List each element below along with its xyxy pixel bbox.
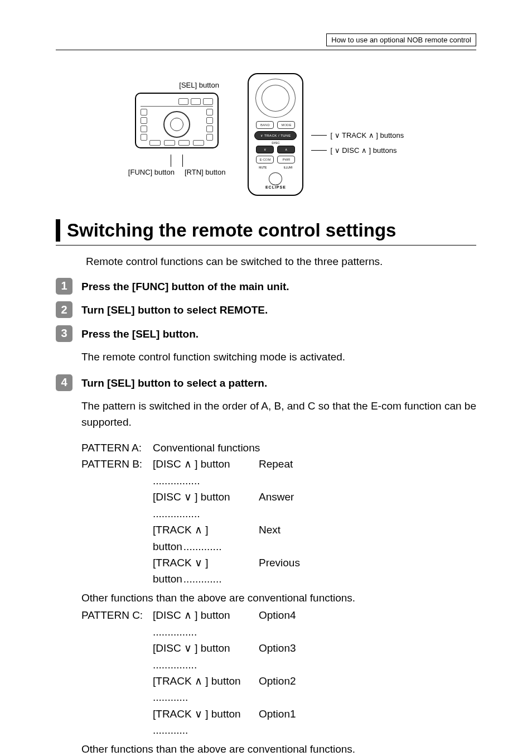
remote-track-rocker: ∨ TRACK / TUNE SEEK ∧	[254, 131, 297, 140]
header-rule	[56, 50, 476, 50]
step-number: 3	[56, 325, 72, 342]
remote-brand: ECLIPSE	[265, 185, 286, 189]
step-title: Turn [SEL] button to select a pattern.	[81, 375, 267, 392]
pattern-b-action: Repeat	[259, 456, 293, 489]
pattern-b-label: PATTERN B:	[81, 456, 153, 588]
remote-pwr-btn: PWR	[277, 156, 295, 163]
pattern-c-action: Option1	[259, 706, 296, 739]
step-3-body: The remote control function switching mo…	[81, 349, 476, 365]
pattern-a-desc: Conventional functions	[153, 440, 476, 456]
pattern-b-action: Answer	[259, 489, 294, 522]
remote-disc-up: ∧	[277, 146, 295, 153]
remote-round-btn	[269, 172, 282, 185]
pattern-c-btn: [DISC ∧ ] button	[153, 609, 231, 621]
remote-disc-down: ∨	[256, 146, 274, 153]
pattern-block: PATTERN A: Conventional functions PATTER…	[81, 440, 476, 756]
disc-buttons-label: [ ∨ DISC ∧ ] buttons	[311, 146, 404, 155]
rtn-button-label: [RTN] button	[185, 168, 225, 176]
main-unit-illustration	[135, 93, 219, 148]
section-intro: Remote control functions can be switched…	[86, 256, 476, 268]
remote-illumi-label: ILLUMI	[283, 166, 292, 169]
step-3: 3 Press the [SEL] button.	[56, 325, 476, 343]
pattern-c-btn: [DISC ∨ ] button	[153, 642, 231, 654]
pattern-b-action: Next	[259, 522, 280, 555]
step-title: Press the [FUNC] button of the main unit…	[81, 279, 289, 295]
pattern-b-btn: [TRACK ∧ ] button	[153, 524, 209, 552]
func-button-label: [FUNC] button	[128, 168, 175, 176]
remote-band-btn: BAND	[256, 121, 274, 129]
step-number: 1	[56, 278, 72, 295]
pattern-c-btn: [TRACK ∧ ] button	[153, 675, 242, 687]
track-buttons-label: [ ∨ TRACK ∧ ] buttons	[311, 131, 404, 139]
step-4-body: The pattern is switched in the order of …	[81, 398, 476, 431]
pattern-a-label: PATTERN A:	[81, 440, 153, 456]
step-number: 4	[56, 374, 72, 391]
sel-dial-icon	[163, 111, 190, 138]
pattern-c-action: Option4	[259, 607, 296, 640]
main-unit-diagram: [SEL] button [FUNC] button [RTN] button	[128, 81, 226, 196]
pattern-b-other: Other functions than the above are conve…	[81, 590, 476, 606]
pattern-b-action: Previous	[259, 555, 300, 588]
remote-mode-btn: MODE	[277, 121, 295, 129]
section-heading: Switching the remote control settings	[56, 219, 476, 245]
sel-button-label: [SEL] button	[173, 81, 226, 89]
section-title: Switching the remote control settings	[67, 219, 396, 242]
pattern-c-label: PATTERN C:	[81, 607, 153, 739]
step-number: 2	[56, 301, 72, 318]
pattern-c-action: Option3	[259, 640, 296, 673]
remote-illustration: BAND MODE ∨ TRACK / TUNE SEEK ∧ DISC ∨ ∧…	[248, 73, 303, 196]
remote-disc-label: DISC	[272, 141, 279, 145]
step-2: 2 Turn [SEL] button to select REMOTE.	[56, 301, 476, 319]
pattern-b-btn: [DISC ∨ ] button	[153, 491, 231, 503]
step-1: 1 Press the [FUNC] button of the main un…	[56, 278, 476, 295]
header-section-title: How to use an optional NOB remote contro…	[326, 33, 476, 46]
diagram-area: [SEL] button [FUNC] button [RTN] button	[56, 81, 476, 196]
step-title: Press the [SEL] button.	[81, 326, 199, 343]
pattern-c-btn: [TRACK ∨ ] button	[153, 708, 242, 720]
remote-ecom-btn: E-COM	[256, 156, 274, 163]
pattern-c-action: Option2	[259, 673, 296, 706]
step-4: 4 Turn [SEL] button to select a pattern.	[56, 374, 476, 392]
step-title: Turn [SEL] button to select REMOTE.	[81, 302, 268, 319]
remote-mute-label: MUTE	[259, 166, 267, 169]
pattern-b-btn: [DISC ∧ ] button	[153, 458, 231, 470]
pattern-b-btn: [TRACK ∨ ] button	[153, 557, 209, 585]
pattern-c-other: Other functions than the above are conve…	[81, 741, 476, 756]
